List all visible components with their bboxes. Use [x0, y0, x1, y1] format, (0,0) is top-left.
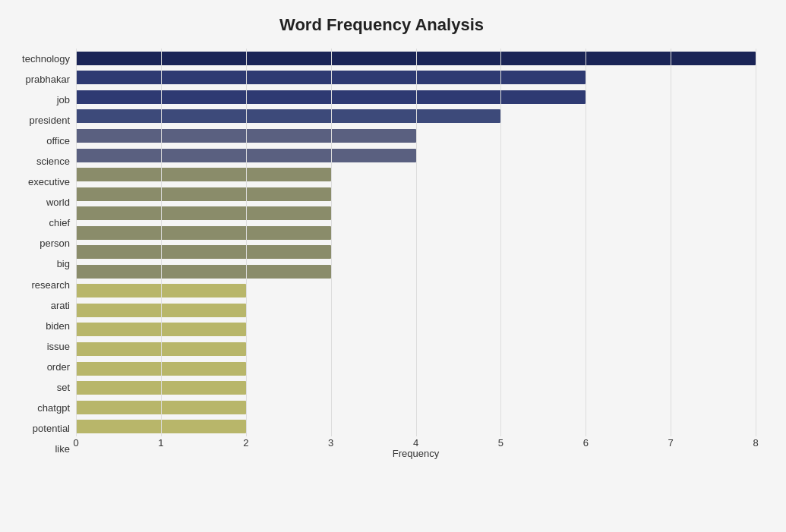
y-label: biden [46, 321, 70, 331]
bar [76, 187, 331, 201]
x-tick-label: 2 [243, 437, 248, 449]
x-axis: Frequency 012345678 [76, 436, 756, 459]
bar-row [76, 244, 756, 260]
x-tick-label: 6 [583, 437, 589, 449]
bar-row [76, 89, 756, 105]
x-tick-label: 4 [413, 437, 418, 449]
y-label: chief [49, 218, 70, 228]
bar [76, 71, 586, 84]
bar-row [76, 379, 756, 396]
x-axis-label: Frequency [76, 448, 756, 459]
bar-row [76, 108, 756, 124]
bar [76, 168, 331, 181]
bar-row [76, 321, 756, 338]
y-label: big [57, 259, 70, 269]
chart-area: technologyprabhakarjobpresidentofficesci… [8, 49, 756, 459]
bar [76, 109, 500, 123]
y-label: research [31, 280, 70, 290]
bar-row [76, 50, 756, 67]
x-tick-label: 8 [753, 437, 758, 449]
y-label: person [39, 238, 70, 248]
y-label: issue [47, 342, 70, 351]
y-label: president [30, 115, 70, 125]
bar [76, 323, 246, 336]
bar [76, 149, 416, 162]
y-label: technology [22, 54, 70, 64]
bar [76, 362, 246, 376]
y-labels: technologyprabhakarjobpresidentofficesci… [8, 49, 76, 459]
bar [76, 342, 246, 356]
bars-area [76, 49, 756, 459]
y-label: like [55, 444, 70, 454]
bar-row [76, 341, 756, 357]
bar-row [76, 225, 756, 241]
x-tick-label: 3 [328, 437, 333, 449]
bar-row [76, 205, 756, 222]
x-tick-label: 0 [73, 437, 78, 449]
y-label: arati [51, 301, 70, 310]
bars-and-grid: Frequency 012345678 [76, 49, 756, 459]
chart-container: Word Frequency Analysis technologyprabha… [0, 0, 786, 532]
bar [76, 129, 416, 143]
bar-row [76, 263, 756, 280]
bar [76, 245, 331, 259]
bar-row [76, 302, 756, 319]
bar [76, 226, 331, 240]
x-tick-label: 5 [498, 437, 503, 449]
bar-row [76, 127, 756, 144]
y-label: set [57, 382, 70, 392]
bar [76, 265, 331, 279]
bar [76, 304, 246, 317]
y-label: chatgpt [37, 403, 70, 413]
bar [76, 381, 246, 395]
x-tick-label: 1 [158, 437, 163, 449]
y-label: job [57, 95, 70, 105]
bar [76, 52, 756, 65]
x-tick-label: 7 [668, 437, 674, 449]
bar [76, 90, 586, 104]
y-label: prabhakar [25, 74, 70, 84]
y-label: science [36, 156, 70, 166]
bar-row [76, 360, 756, 377]
y-label: office [46, 136, 70, 146]
chart-title: Word Frequency Analysis [8, 15, 756, 35]
y-label: potential [33, 423, 70, 433]
bar [76, 401, 246, 414]
bar-row [76, 399, 756, 416]
bar [76, 206, 331, 220]
bar-row [76, 418, 756, 435]
bar [76, 420, 246, 433]
bar [76, 284, 246, 297]
bar-row [76, 69, 756, 86]
y-label: world [46, 197, 70, 207]
bar-row [76, 166, 756, 183]
y-label: executive [28, 177, 70, 187]
y-label: order [47, 362, 70, 372]
bar-row [76, 186, 756, 203]
bar-row [76, 147, 756, 164]
bar-row [76, 282, 756, 299]
grid-line [756, 49, 756, 436]
